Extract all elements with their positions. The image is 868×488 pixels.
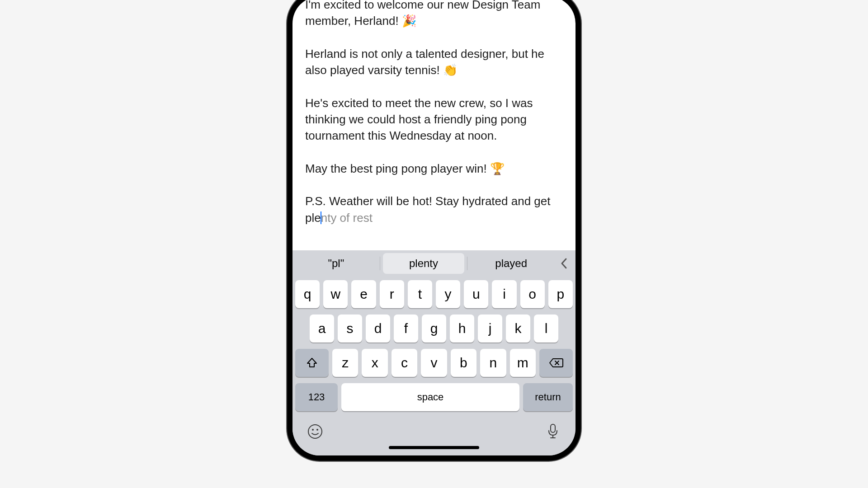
key-z[interactable]: z (332, 349, 358, 377)
key-s[interactable]: s (338, 314, 362, 343)
key-c[interactable]: c (392, 349, 417, 377)
key-b[interactable]: b (451, 349, 476, 377)
phone-screen: I'm excited to welcome our new Design Te… (292, 0, 576, 455)
backspace-key[interactable] (539, 349, 573, 377)
svg-point-1 (312, 429, 314, 431)
svg-point-0 (308, 425, 322, 438)
svg-rect-3 (551, 424, 555, 432)
key-f[interactable]: f (394, 314, 418, 343)
shift-key[interactable] (295, 349, 329, 377)
numbers-key[interactable]: 123 (295, 383, 338, 411)
microphone-icon (547, 423, 559, 440)
key-q[interactable]: q (295, 280, 320, 308)
emoji-button[interactable] (306, 422, 324, 441)
key-m[interactable]: m (510, 349, 536, 377)
prediction-alt[interactable]: played (470, 253, 552, 274)
home-indicator[interactable] (389, 446, 479, 449)
key-row-3: zxcvbnm (295, 349, 573, 377)
key-o[interactable]: o (520, 280, 545, 308)
key-k[interactable]: k (506, 314, 530, 343)
key-a[interactable]: a (310, 314, 334, 343)
key-v[interactable]: v (421, 349, 447, 377)
key-row-4: 123 space return (295, 383, 573, 411)
key-i[interactable]: i (492, 280, 516, 308)
key-w[interactable]: w (323, 280, 348, 308)
key-g[interactable]: g (422, 314, 446, 343)
key-row-1: qwertyuiop (295, 280, 573, 308)
key-r[interactable]: r (380, 280, 404, 308)
collapse-predictions-button[interactable] (555, 253, 573, 274)
svg-point-2 (316, 429, 318, 431)
prediction-literal[interactable]: "pl" (295, 253, 377, 274)
prediction-bar: "pl" plenty played (292, 250, 576, 277)
keyboard: qwertyuiop asdfghjkl zxcvbnm 123 space r… (292, 277, 576, 416)
key-row-2: asdfghjkl (295, 314, 573, 343)
prediction-primary[interactable]: plenty (383, 253, 465, 274)
paragraph-4: May the best ping pong player win! 🏆 (305, 160, 563, 177)
space-key[interactable]: space (341, 383, 519, 411)
key-u[interactable]: u (464, 280, 488, 308)
phone-frame: I'm excited to welcome our new Design Te… (287, 0, 581, 461)
return-key[interactable]: return (523, 383, 573, 411)
backspace-icon (549, 357, 563, 368)
prediction-divider (380, 257, 380, 270)
key-e[interactable]: e (351, 280, 376, 308)
paragraph-5: P.S. Weather will be hot! Stay hydrated … (305, 193, 563, 226)
dictation-button[interactable] (544, 422, 562, 441)
key-j[interactable]: j (478, 314, 502, 343)
key-y[interactable]: y (436, 280, 460, 308)
paragraph-1: I'm excited to welcome our new Design Te… (305, 0, 563, 29)
emoji-icon (307, 423, 323, 440)
chevron-left-icon (560, 257, 568, 270)
key-h[interactable]: h (450, 314, 474, 343)
key-p[interactable]: p (548, 280, 573, 308)
paragraph-3: He's excited to meet the new crew, so I … (305, 95, 563, 144)
key-t[interactable]: t (408, 280, 432, 308)
prediction-divider (467, 257, 467, 270)
inline-prediction: nty of rest (321, 211, 373, 225)
key-l[interactable]: l (534, 314, 558, 343)
paragraph-2: Herland is not only a talented designer,… (305, 46, 563, 79)
keyboard-bottom-bar (292, 416, 576, 455)
message-content[interactable]: I'm excited to welcome our new Design Te… (292, 0, 576, 250)
key-n[interactable]: n (480, 349, 506, 377)
key-d[interactable]: d (366, 314, 390, 343)
shift-icon (306, 357, 318, 369)
key-x[interactable]: x (362, 349, 387, 377)
